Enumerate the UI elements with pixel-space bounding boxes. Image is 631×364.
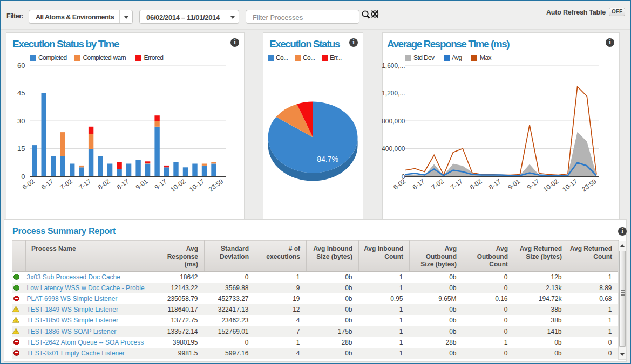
svg-text:9-17: 9-17 [526, 177, 541, 191]
svg-text:30: 30 [17, 117, 25, 125]
svg-text:84.7%: 84.7% [317, 155, 338, 163]
svg-text:9-01: 9-01 [506, 177, 521, 191]
svg-text:8-17: 8-17 [487, 177, 503, 191]
svg-text:10-17: 10-17 [561, 177, 579, 194]
svg-text:9-17: 9-17 [153, 177, 168, 191]
svg-text:1,200,...: 1,200,... [382, 90, 405, 97]
svg-text:10-17: 10-17 [188, 177, 206, 194]
svg-text:60: 60 [17, 61, 25, 70]
svg-text:23:59: 23:59 [207, 177, 225, 193]
svg-text:8-02: 8-02 [97, 177, 112, 191]
svg-text:0: 0 [21, 173, 25, 181]
svg-text:7-02: 7-02 [430, 177, 445, 191]
svg-text:7-02: 7-02 [59, 177, 74, 191]
svg-text:15: 15 [17, 145, 25, 153]
svg-text:10-02: 10-02 [542, 177, 560, 194]
svg-text:6-17: 6-17 [411, 177, 426, 191]
svg-text:7-17: 7-17 [78, 177, 93, 191]
svg-text:8-02: 8-02 [469, 177, 484, 191]
svg-text:7-17: 7-17 [449, 177, 464, 191]
svg-text:8-17: 8-17 [116, 177, 131, 191]
svg-text:1,600,...: 1,600,... [382, 62, 405, 70]
svg-text:6-17: 6-17 [40, 177, 55, 191]
svg-text:23:59: 23:59 [580, 177, 598, 193]
svg-text:45: 45 [17, 89, 25, 97]
svg-text:9-01: 9-01 [134, 177, 150, 191]
svg-text:400,000: 400,000 [382, 145, 405, 153]
svg-text:800,000: 800,000 [382, 118, 405, 125]
svg-text:10-02: 10-02 [169, 177, 187, 194]
